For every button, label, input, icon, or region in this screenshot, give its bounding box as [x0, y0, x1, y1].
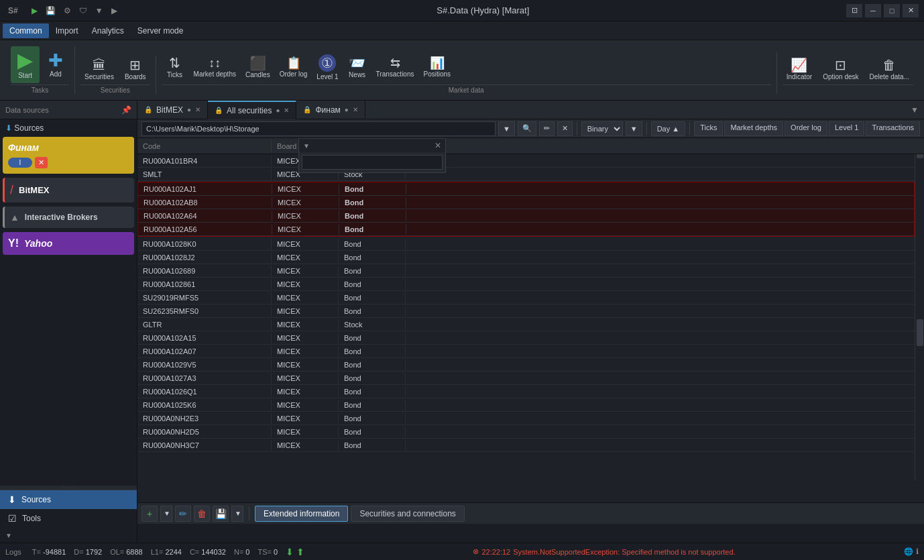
arrow-down-icon[interactable]: ⬇	[286, 547, 294, 557]
status-network-icon[interactable]: 🌐	[904, 547, 913, 556]
storage-path-input[interactable]	[141, 121, 496, 136]
delete-row-btn[interactable]: 🗑	[194, 506, 210, 522]
sidebar-nav-tools[interactable]: ☑ Tools	[0, 509, 137, 528]
data-btn-transactions[interactable]: Transactions	[866, 121, 920, 136]
toolbar-icon-more[interactable]: ▶	[109, 5, 120, 17]
level1-button[interactable]: ① Level 1	[312, 52, 342, 83]
grid-row-ru000a1028k0[interactable]: RU000A1028K0 MICEX Bond	[137, 237, 915, 251]
grid-row-ru000a102a56[interactable]: RU000A102A56 MICEX Bond	[138, 223, 914, 236]
news-button[interactable]: 📨 News	[344, 54, 371, 81]
bottom-text-input[interactable]	[141, 529, 920, 537]
positions-button[interactable]: 📊 Positions	[419, 54, 455, 80]
toolbar-icon-settings[interactable]: ⚙	[61, 5, 74, 17]
edit-path-btn[interactable]: ✏	[539, 121, 555, 136]
grid-row-smlt[interactable]: SMLT MICEX Stock	[137, 168, 915, 181]
edit-row-btn[interactable]: ✏	[175, 506, 191, 522]
candles-button[interactable]: ⬛ Candles	[241, 54, 274, 81]
grid-row-ru000a1029v5[interactable]: RU000A1029V5 MICEX Bond	[137, 358, 915, 372]
grid-row-ru000a0nh3c7[interactable]: RU000A0NH3C7 MICEX Bond	[137, 439, 915, 452]
save-btn[interactable]: 💾	[213, 506, 229, 522]
finam-remove[interactable]: ✕	[35, 157, 48, 168]
boards-button[interactable]: ⊞ Boards	[121, 56, 150, 83]
grid-row-ru000a1028j2[interactable]: RU000A1028J2 MICEX Bond	[137, 251, 915, 264]
search-btn[interactable]: 🔍	[518, 121, 536, 136]
source-yahoo[interactable]: Y! Yahoo	[3, 232, 134, 255]
transactions-button[interactable]: ⇆ Transactions	[372, 54, 418, 80]
menu-item-import[interactable]: Import	[49, 23, 85, 38]
status-info-icon[interactable]: ℹ	[916, 547, 919, 556]
toolbar-icon-save[interactable]: 💾	[43, 5, 58, 17]
add-row-dropdown[interactable]: ▼	[160, 506, 172, 522]
arrow-up-icon[interactable]: ⬆	[296, 547, 304, 557]
tab-bitmex[interactable]: 🔒 BitMEX ● ✕	[137, 101, 208, 119]
tab-dropdown-arrow[interactable]: ▼	[905, 105, 924, 115]
win-btn-square[interactable]: ⊡	[846, 4, 862, 17]
grid-row-ru000a102aj1[interactable]: RU000A102AJ1 MICEX Bond	[138, 182, 914, 196]
toolbar-icon-shield[interactable]: 🛡	[76, 5, 90, 17]
source-bitmex[interactable]: / BitMEX	[3, 178, 134, 203]
toolbar-icon-play[interactable]: ▶	[29, 5, 40, 17]
option-desk-button[interactable]: ⊡ Option desk	[819, 56, 862, 83]
start-button[interactable]: ▶ Start	[11, 46, 40, 83]
scrollbar-thumb-2[interactable]	[917, 319, 923, 346]
tab-securities-connections[interactable]: Securities and connections	[351, 506, 464, 522]
grid-row-ru000a102a64[interactable]: RU000A102A64 MICEX Bond	[138, 209, 914, 223]
grid-row-su29019rmfs5[interactable]: SU29019RMFS5 MICEX Bond	[137, 291, 915, 304]
order-log-button[interactable]: 📋 Order log	[276, 54, 312, 80]
grid-row-ru000a1025k6[interactable]: RU000A1025K6 MICEX Bond	[137, 398, 915, 412]
fp-close-btn[interactable]: ✕	[435, 141, 441, 150]
data-btn-level1[interactable]: Level 1	[829, 121, 864, 136]
path-dropdown-btn[interactable]: ▼	[498, 121, 515, 136]
grid-row-gltr[interactable]: GLTR MICEX Stock	[137, 318, 915, 331]
securities-button[interactable]: 🏛 Securities	[80, 56, 118, 83]
save-dropdown[interactable]: ▼	[231, 506, 243, 522]
fp-search-input[interactable]	[302, 155, 443, 170]
tab-all-securities[interactable]: 🔒 All securities ● ✕	[208, 101, 296, 119]
data-btn-market-depths[interactable]: Market depths	[724, 121, 783, 136]
grid-row-ru000a1026q1[interactable]: RU000A1026Q1 MICEX Bond	[137, 385, 915, 398]
timeframe-btn[interactable]: Day ▲	[651, 121, 685, 136]
grid-body[interactable]: RU000A101BR4 MICEX Bond SMLT MICEX Stock…	[137, 154, 924, 502]
market-depths-button[interactable]: ↕↕ Market depths	[190, 54, 240, 80]
add-row-btn[interactable]: +	[141, 506, 158, 522]
grid-row-ru000a102ab8[interactable]: RU000A102AB8 MICEX Bond	[138, 196, 914, 209]
grid-row-ru000a102a15[interactable]: RU000A102A15 MICEX Bond	[137, 331, 915, 345]
grid-row-ru000a102a07[interactable]: RU000A102A07 MICEX Bond	[137, 345, 915, 358]
grid-row-ru000a102689[interactable]: RU000A102689 MICEX Bond	[137, 264, 915, 278]
grid-row-ru000a102861[interactable]: RU000A102861 MICEX Bond	[137, 278, 915, 291]
add-button[interactable]: ✚ Add	[42, 48, 69, 82]
menu-item-analytics[interactable]: Analytics	[85, 23, 131, 38]
indicator-button[interactable]: 📈 Indicator	[783, 56, 816, 83]
grid-row-su26235rmfs0[interactable]: SU26235RMFS0 MICEX Bond	[137, 304, 915, 318]
ticks-button[interactable]: ⇅ Ticks	[162, 54, 188, 81]
tab-finam-close[interactable]: ●	[345, 106, 349, 113]
vertical-scrollbar[interactable]	[915, 138, 924, 481]
clear-path-btn[interactable]: ✕	[557, 121, 573, 136]
win-btn-minimize[interactable]: ─	[865, 4, 881, 17]
win-btn-maximize[interactable]: □	[884, 4, 900, 17]
grid-row-ru000a1027a3[interactable]: RU000A1027A3 MICEX Bond	[137, 372, 915, 385]
sidebar-collapse-arrow[interactable]: ▼	[0, 528, 137, 543]
win-btn-close[interactable]: ✕	[903, 4, 919, 17]
menu-item-server-mode[interactable]: Server mode	[131, 23, 190, 38]
grid-row-ru000a101br4[interactable]: RU000A101BR4 MICEX Bond	[137, 154, 915, 168]
tab-bitmex-close-x[interactable]: ✕	[195, 106, 200, 113]
toolbar-icon-arrow-down[interactable]: ▼	[93, 5, 106, 17]
data-btn-ticks[interactable]: Ticks	[694, 121, 723, 136]
menu-item-common[interactable]: Common	[3, 23, 49, 38]
tab-extended-info[interactable]: Extended information	[255, 506, 348, 522]
grid-row-ru000a0nh2e3[interactable]: RU000A0NH2E3 MICEX Bond	[137, 412, 915, 425]
format-select[interactable]: Binary CSV	[581, 121, 623, 136]
format-dropdown-btn[interactable]: ▼	[626, 121, 642, 136]
sidebar-nav-sources[interactable]: ⬇ Sources	[0, 490, 137, 509]
tab-bitmex-close[interactable]: ●	[187, 106, 191, 113]
delete-data-button[interactable]: 🗑 Delete data...	[866, 56, 913, 83]
data-btn-order-log[interactable]: Order log	[785, 121, 827, 136]
tab-all-securities-close-x[interactable]: ✕	[284, 107, 289, 114]
finam-toggle[interactable]: I	[8, 158, 32, 168]
pin-icon[interactable]: 📌	[121, 105, 131, 115]
tab-all-securities-close[interactable]: ●	[276, 107, 280, 114]
source-finam[interactable]: Финам I ✕	[3, 137, 134, 174]
source-interactive-brokers[interactable]: ▲ Interactive Brokers	[3, 207, 134, 228]
tab-finam-close-x[interactable]: ✕	[353, 106, 358, 113]
